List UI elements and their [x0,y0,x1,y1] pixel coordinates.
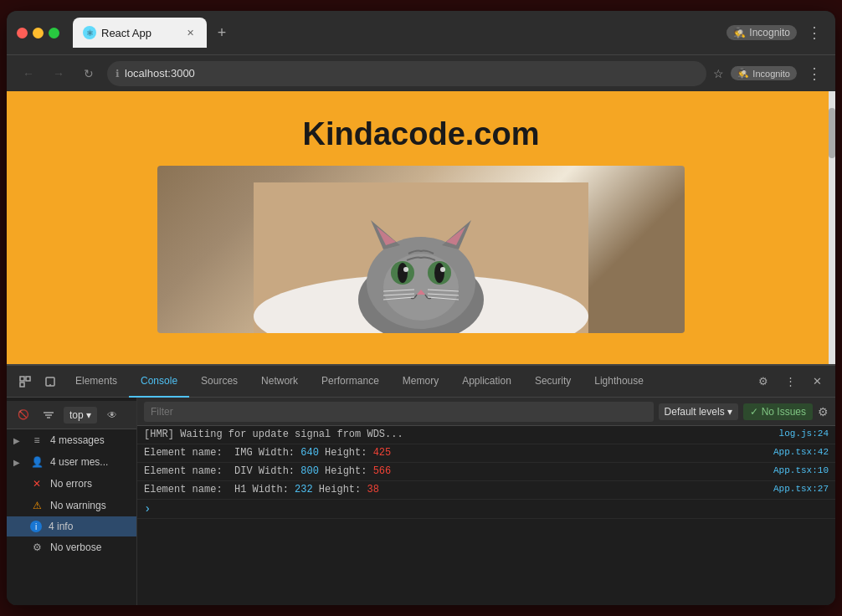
img-height-label: Height: [319,447,373,459]
devtools-settings-button[interactable]: ⚙ [752,370,775,393]
browser-tab[interactable]: ⚛ React App ✕ [73,18,207,48]
filter-icon-button[interactable] [39,405,59,425]
sidebar-label-errors: No errors [50,478,92,490]
tab-network[interactable]: Network [249,366,310,398]
svg-rect-22 [20,377,24,381]
devtools-tabs: Elements Console Sources Network Perform… [64,366,750,398]
maximize-window-button[interactable] [49,28,59,38]
sidebar-label-verbose: No verbose [50,542,101,553]
devtools: Elements Console Sources Network Perform… [7,364,835,605]
sidebar-item-warnings[interactable]: ▶ ⚠ No warnings [7,495,136,516]
h1-source-link[interactable]: App.tsx:27 [773,484,829,494]
sidebar-label-messages: 4 messages [50,434,105,446]
expand-icon: ▶ [13,436,23,445]
tab-close-button[interactable]: ✕ [183,26,197,39]
hmr-source[interactable]: log.js:24 [766,429,829,439]
sidebar-item-errors[interactable]: ▶ ✕ No errors [7,473,136,495]
console-settings-button[interactable]: ⚙ [818,405,829,418]
url-text: localhost:3000 [125,67,698,80]
devtools-inspect-button[interactable] [13,370,37,393]
incognito-icon-url: 🕵 [737,68,749,79]
sidebar-item-verbose[interactable]: ▶ ⚙ No verbose [7,536,136,558]
warning-icon: ⚠ [30,499,44,512]
forward-button[interactable]: → [47,62,70,85]
inspect-icon [19,376,31,388]
check-icon: ✓ [750,406,758,418]
img-source-link[interactable]: App.tsx:42 [773,447,829,457]
console-log-img: Element name: IMG Width: 640 Height: 425… [137,444,835,463]
devtools-device-button[interactable] [39,370,62,393]
tab-sources[interactable]: Sources [189,366,249,398]
no-issues-label: No Issues [762,406,806,418]
incognito-icon: 🕵 [733,27,746,38]
tab-security[interactable]: Security [523,366,583,398]
browser-content: Kindacode.com [7,91,835,364]
clear-console-button[interactable]: 🚫 [13,405,33,425]
tab-memory[interactable]: Memory [391,366,450,398]
console-log-area: [HMR] Waiting for update signal from WDS… [137,426,835,605]
expand-icon: ▶ [13,458,23,467]
minimize-window-button[interactable] [33,28,44,38]
browser-menu-button[interactable]: ⋮ [803,20,825,45]
tab-console[interactable]: Console [129,366,189,398]
console-log-h1: Element name: H1 Width: 232 Height: 38 A… [137,481,835,500]
close-window-button[interactable] [17,28,28,38]
div-width: 800 [300,465,319,477]
messages-icon: ≡ [30,434,44,447]
tab-application[interactable]: Application [450,366,523,398]
traffic-lights [17,28,59,38]
incognito-badge: 🕵 Incognito [726,25,797,40]
console-filter-bar: 🚫 top ▾ 👁 [7,401,136,429]
svg-point-14 [440,267,445,272]
svg-point-13 [403,267,408,272]
console-line-content: Element name: H1 Width: 232 Height: 38 [144,484,760,495]
scrollbar[interactable] [829,91,835,364]
chevron-down-icon: ▾ [727,406,732,418]
browser-more-button[interactable]: ⋮ [803,61,825,86]
context-dropdown[interactable]: top ▾ [64,407,97,424]
div-prefix: Element name: DIV Width: [144,465,300,477]
console-line-content: Element name: IMG Width: 640 Height: 425 [144,447,760,459]
sidebar-item-messages[interactable]: ▶ ≡ 4 messages [7,429,136,451]
scrollbar-thumb[interactable] [829,108,835,158]
hmr-text: [HMR] Waiting for update signal from WDS… [144,429,403,440]
browser-window: ⚛ React App ✕ + 🕵 Incognito ⋮ ← → ↻ ℹ lo… [7,11,835,605]
console-log-hmr: [HMR] Waiting for update signal from WDS… [137,426,835,444]
div-source[interactable]: App.tsx:10 [760,465,829,475]
no-issues-badge: ✓ No Issues [743,403,813,420]
cat-image [157,166,685,333]
div-height: 566 [373,465,392,477]
console-filter-input[interactable] [144,402,654,422]
sidebar-item-info[interactable]: ▶ i 4 info [7,516,136,536]
tab-performance[interactable]: Performance [310,366,391,398]
h1-height-label: Height: [313,484,367,495]
cat-svg [254,182,588,333]
sidebar-item-user-messages[interactable]: ▶ 👤 4 user mes... [7,451,136,473]
tab-elements[interactable]: Elements [64,366,129,398]
filter-icon [43,411,54,419]
devtools-close-button[interactable]: ✕ [805,370,829,393]
devtools-more-button[interactable]: ⋮ [778,370,802,393]
hmr-source-link[interactable]: log.js:24 [779,429,829,439]
h1-source[interactable]: App.tsx:27 [760,484,829,494]
bookmark-button[interactable]: ☆ [713,67,724,80]
reload-button[interactable]: ↻ [77,62,100,85]
user-icon: 👤 [30,455,44,469]
eye-button[interactable]: 👁 [102,405,122,425]
console-sidebar: 🚫 top ▾ 👁 ▶ [7,398,137,605]
devtools-toolbar: Elements Console Sources Network Perform… [7,366,835,398]
default-levels-dropdown[interactable]: Default levels ▾ [659,403,738,420]
new-tab-button[interactable]: + [210,21,234,44]
img-source[interactable]: App.tsx:42 [760,447,829,457]
url-bar-input[interactable]: ℹ localhost:3000 [107,61,706,86]
svg-rect-23 [26,377,30,381]
tab-bar: ⚛ React App ✕ + [73,18,720,48]
h1-height: 38 [367,484,378,495]
webpage: Kindacode.com [7,91,835,364]
console-prompt-line[interactable]: › [137,500,835,519]
div-source-link[interactable]: App.tsx:10 [773,465,829,475]
back-button[interactable]: ← [17,62,40,85]
tab-lighthouse[interactable]: Lighthouse [583,366,655,398]
img-width: 640 [300,447,319,459]
title-bar: ⚛ React App ✕ + 🕵 Incognito ⋮ [7,11,835,54]
